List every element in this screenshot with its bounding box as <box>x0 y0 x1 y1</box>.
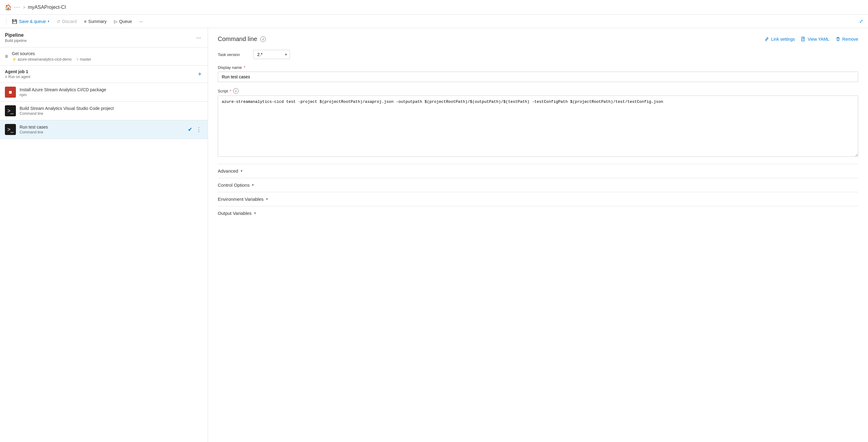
script-textarea[interactable]: azure-streamanalytics-cicd test -project… <box>218 95 858 157</box>
toolbar-divider <box>6 18 6 25</box>
chevron-down-icon: ▾ <box>48 20 49 23</box>
task-build-subtitle: Command line <box>20 111 203 116</box>
link-icon <box>764 37 769 41</box>
pipeline-subtitle: Build pipeline <box>5 38 27 43</box>
trash-icon <box>836 37 840 41</box>
advanced-toggle[interactable]: Advanced ▾ <box>218 168 243 174</box>
get-sources-info: Get sources ⚡ azure-streamanalytics-cicd… <box>12 51 203 61</box>
get-sources-icon: ≡ <box>5 53 8 60</box>
task-build-info: Build Stream Analytics Visual Studio Cod… <box>20 106 203 116</box>
display-name-field: Display name * <box>218 65 858 82</box>
pipeline-info: Pipeline Build pipeline <box>5 32 27 43</box>
script-field: Script * i azure-streamanalytics-cicd te… <box>218 88 858 158</box>
breadcrumb-separator: > <box>23 5 25 10</box>
task-item-build[interactable]: >_ Build Stream Analytics Visual Studio … <box>0 101 208 120</box>
task-run-actions: ✔ ⋮ <box>188 125 203 134</box>
task-run-title: Run test cases <box>20 125 184 129</box>
yaml-icon <box>801 37 806 41</box>
right-panel: Command line i Link settings View Y <box>208 28 868 442</box>
agent-job-title: Agent job 1 <box>5 69 30 74</box>
remove-button[interactable]: Remove <box>836 37 858 41</box>
task-run-subtitle: Command line <box>20 130 184 135</box>
command-header: Command line i Link settings View Y <box>218 35 858 42</box>
chevron-down-icon: ▾ <box>241 169 243 173</box>
advanced-section[interactable]: Advanced ▾ <box>218 164 858 178</box>
command-actions: Link settings View YAML Remove <box>764 37 858 41</box>
discard-button[interactable]: ↺ Discard <box>54 18 80 25</box>
chevron-down-icon: ▾ <box>252 183 254 187</box>
queue-button[interactable]: ▷ Queue <box>111 18 135 25</box>
chevron-down-icon: ▾ <box>254 211 256 215</box>
home-icon: 🏠 <box>5 4 11 11</box>
task-item-run[interactable]: >_ Run test cases Command line ✔ ⋮ <box>0 120 208 139</box>
branch-icon: ⑂ <box>76 57 79 61</box>
undo-icon: ↺ <box>57 19 60 24</box>
task-version-row: Task version 2.* ▾ <box>218 50 858 59</box>
display-name-input[interactable] <box>218 71 858 82</box>
chevron-down-icon: ▾ <box>266 197 268 201</box>
repo-info: ⚡ azure-streamanalytics-cicd-demo <box>12 57 72 61</box>
task-version-select[interactable]: 2.* <box>253 50 290 59</box>
branch-info: ⑂ master <box>76 57 91 61</box>
task-item-install[interactable]: ■ Install Azure Stream Analytics CI/CD p… <box>0 83 208 101</box>
npm-icon: ■ <box>5 87 16 98</box>
toolbar: 💾 Save & queue ▾ ↺ Discard ≡ Summary ▷ Q… <box>0 15 868 28</box>
agent-job-info: Agent job 1 ≡ Run on agent <box>5 69 30 79</box>
output-variables-toggle[interactable]: Output Variables ▾ <box>218 211 256 216</box>
main-layout: Pipeline Build pipeline ··· ≡ Get source… <box>0 28 868 442</box>
list-icon: ≡ <box>84 19 86 24</box>
script-required-indicator: * <box>230 89 231 93</box>
task-run-info: Run test cases Command line <box>20 125 184 135</box>
left-panel: Pipeline Build pipeline ··· ≡ Get source… <box>0 28 208 442</box>
repo-icon: ⚡ <box>12 57 17 61</box>
save-icon: 💾 <box>12 19 17 24</box>
pipeline-header: Pipeline Build pipeline ··· <box>0 28 208 48</box>
task-kebab-menu[interactable]: ⋮ <box>195 125 203 134</box>
link-settings-button[interactable]: Link settings <box>764 37 795 41</box>
page-title: myASAProject-CI <box>28 5 66 10</box>
output-variables-section[interactable]: Output Variables ▾ <box>218 206 858 220</box>
control-options-toggle[interactable]: Control Options ▾ <box>218 182 254 188</box>
agent-job-header: Agent job 1 ≡ Run on agent + <box>0 65 208 83</box>
task-install-info: Install Azure Stream Analytics CI/CD pac… <box>20 87 203 97</box>
view-yaml-button[interactable]: View YAML <box>801 37 830 41</box>
task-build-title: Build Stream Analytics Visual Studio Cod… <box>20 106 203 111</box>
display-name-label: Display name * <box>218 65 858 70</box>
info-icon[interactable]: i <box>260 36 266 42</box>
cmd-run-icon: >_ <box>5 124 16 135</box>
get-sources-meta: ⚡ azure-streamanalytics-cicd-demo ⑂ mast… <box>12 57 203 61</box>
more-button[interactable]: ··· <box>136 18 146 25</box>
environment-variables-toggle[interactable]: Environment Variables ▾ <box>218 197 268 202</box>
pipeline-title: Pipeline <box>5 32 27 38</box>
breadcrumb-dots[interactable]: ··· <box>14 4 21 10</box>
play-icon: ▷ <box>114 19 118 24</box>
top-bar: 🏠 ··· > myASAProject-CI <box>0 0 868 15</box>
control-options-section[interactable]: Control Options ▾ <box>218 178 858 192</box>
task-version-select-wrapper: 2.* ▾ <box>253 50 290 59</box>
save-queue-button[interactable]: 💾 Save & queue ▾ <box>9 18 52 25</box>
task-install-title: Install Azure Stream Analytics CI/CD pac… <box>20 87 203 92</box>
task-check-icon: ✔ <box>188 126 192 133</box>
cmd-build-icon: >_ <box>5 105 16 116</box>
agent-icon: ≡ <box>5 75 7 79</box>
get-sources-title: Get sources <box>12 51 203 56</box>
task-version-label: Task version <box>218 52 248 57</box>
pipeline-menu-button[interactable]: ··· <box>194 33 203 42</box>
agent-job-subtitle: ≡ Run on agent <box>5 75 30 79</box>
script-label: Script * i <box>218 88 858 94</box>
command-title-row: Command line i <box>218 35 266 42</box>
add-task-button[interactable]: + <box>197 69 203 79</box>
summary-button[interactable]: ≡ Summary <box>81 18 110 25</box>
breadcrumb: 🏠 ··· > myASAProject-CI <box>5 4 66 11</box>
environment-variables-section[interactable]: Environment Variables ▾ <box>218 192 858 206</box>
expand-button[interactable]: ⤢ <box>859 18 863 24</box>
script-info-icon[interactable]: i <box>233 88 239 94</box>
task-install-subtitle: npm <box>20 93 203 97</box>
get-sources-item[interactable]: ≡ Get sources ⚡ azure-streamanalytics-ci… <box>0 48 208 65</box>
required-indicator: * <box>244 65 245 70</box>
command-title: Command line <box>218 35 257 42</box>
